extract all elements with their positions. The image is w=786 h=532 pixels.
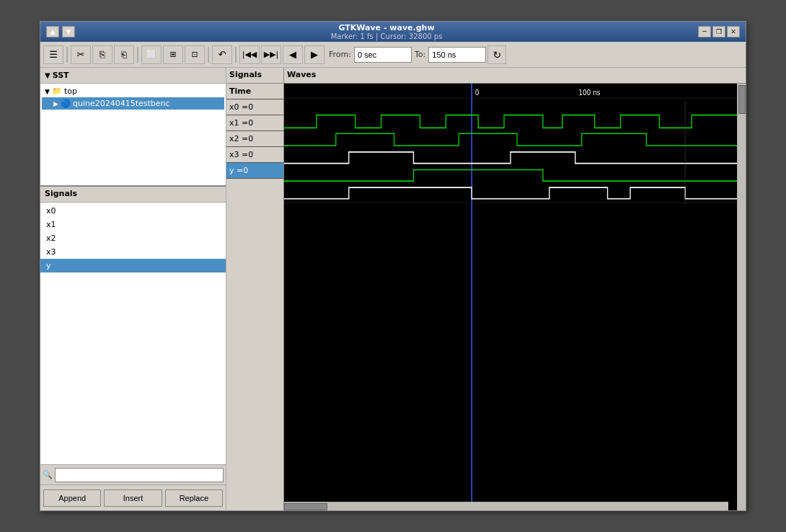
signals-panel: Signals x0 x1 x2 x3 y 🔍 Append Insert Re… bbox=[40, 187, 226, 510]
waves-header-row: Signals Waves bbox=[226, 68, 746, 84]
signal-row-y: y =0 bbox=[226, 163, 283, 179]
to-label: To: bbox=[415, 50, 425, 59]
titlebar-controls: ─ ❐ ✕ bbox=[698, 26, 740, 37]
toolbar-separator-4 bbox=[235, 47, 237, 63]
signal-row-x0: x0 =0 bbox=[226, 99, 283, 115]
toolbar-separator-1 bbox=[66, 47, 68, 63]
signal-item-x1[interactable]: x1 bbox=[40, 218, 226, 231]
svg-rect-0 bbox=[284, 84, 737, 510]
zoom-sel-button[interactable]: ⊡ bbox=[185, 45, 205, 64]
time-label: Time bbox=[229, 87, 251, 96]
undo-button[interactable]: ↶ bbox=[212, 45, 232, 64]
sst-tree[interactable]: ▼ 📁 top ▶ 🔵 quine20240415testbenc bbox=[40, 84, 226, 185]
signals-search-input[interactable] bbox=[55, 468, 224, 482]
signals-column-header: Signals bbox=[226, 68, 284, 83]
up-arrow-btn[interactable]: ▲ bbox=[46, 26, 59, 37]
right-panel: Signals Waves Time x0 =0 x1 =0 bbox=[226, 68, 746, 510]
signals-search-bar: 🔍 bbox=[40, 464, 226, 484]
tree-item-testbench[interactable]: ▶ 🔵 quine20240415testbenc bbox=[42, 97, 224, 110]
replace-button[interactable]: Replace bbox=[165, 489, 223, 507]
fast-forward-button[interactable]: ▶▶| bbox=[261, 45, 281, 64]
hamburger-menu-button[interactable]: ☰ bbox=[43, 45, 63, 64]
from-to-group: From: To: bbox=[329, 47, 486, 63]
sst-header: ▼ SST bbox=[40, 68, 226, 84]
window-title: GTKWave - wave.ghw bbox=[338, 23, 434, 32]
tree-item-top[interactable]: ▼ 📁 top bbox=[42, 85, 224, 97]
left-panel: ▼ SST ▼ 📁 top ▶ 🔵 quine20240415testbenc bbox=[40, 68, 226, 510]
waveform-svg: 0 100 ns bbox=[284, 84, 737, 510]
waveform-canvas[interactable]: 0 100 ns bbox=[284, 84, 737, 510]
toolbar: ☰ ✂ ⎘ ⎗ ⬜ ⊞ ⊡ ↶ |◀◀ ▶▶| ◀ ▶ From: To: ↻ bbox=[40, 42, 746, 68]
cut-button[interactable]: ✂ bbox=[71, 45, 91, 64]
tree-item-label-top: top bbox=[64, 87, 77, 96]
folder-icon: 📁 bbox=[52, 87, 62, 96]
minimize-button[interactable]: ─ bbox=[698, 26, 711, 37]
main-window: ▲ ▼ GTKWave - wave.ghw Marker: 1 fs | Cu… bbox=[40, 21, 746, 511]
tree-item-label-testbench: quine20240415testbenc bbox=[73, 99, 170, 108]
signal-names-col: Time x0 =0 x1 =0 x2 =0 x3 =0 y bbox=[226, 84, 284, 510]
restore-button[interactable]: ❐ bbox=[712, 26, 725, 37]
zoom-fit-button[interactable]: ⊞ bbox=[163, 45, 183, 64]
main-area: ▼ SST ▼ 📁 top ▶ 🔵 quine20240415testbenc bbox=[40, 68, 746, 510]
horizontal-scrollbar[interactable] bbox=[284, 502, 728, 510]
copy-button[interactable]: ⎘ bbox=[92, 45, 112, 64]
vertical-scrollbar-thumb[interactable] bbox=[738, 85, 746, 114]
horizontal-scrollbar-thumb[interactable] bbox=[284, 503, 327, 510]
select-all-button[interactable]: ⬜ bbox=[141, 45, 162, 64]
signal-row-x1: x1 =0 bbox=[226, 115, 283, 131]
wave-display: Time x0 =0 x1 =0 x2 =0 x3 =0 y bbox=[226, 84, 746, 510]
close-button[interactable]: ✕ bbox=[727, 26, 740, 37]
chevron-right-icon: ▶ bbox=[53, 100, 58, 107]
time-row: Time bbox=[226, 84, 283, 99]
to-input[interactable] bbox=[428, 47, 486, 63]
down-arrow-btn[interactable]: ▼ bbox=[62, 26, 75, 37]
module-icon: 🔵 bbox=[61, 99, 71, 108]
search-icon: 🔍 bbox=[43, 470, 53, 479]
window-subtitle: Marker: 1 fs | Cursor: 32800 ps bbox=[331, 32, 443, 40]
signal-item-y[interactable]: y bbox=[40, 259, 226, 272]
rewind-button[interactable]: |◀◀ bbox=[239, 45, 260, 64]
bottom-buttons: Append Insert Replace bbox=[40, 484, 226, 510]
next-button[interactable]: ▶ bbox=[304, 45, 324, 64]
svg-text:0: 0 bbox=[475, 88, 480, 97]
signal-row-x2: x2 =0 bbox=[226, 131, 283, 147]
from-input[interactable] bbox=[354, 47, 412, 63]
insert-button[interactable]: Insert bbox=[104, 489, 162, 507]
sst-panel: ▼ SST ▼ 📁 top ▶ 🔵 quine20240415testbenc bbox=[40, 68, 226, 187]
sst-title: SST bbox=[53, 71, 69, 80]
chevron-down-icon: ▼ bbox=[45, 88, 50, 95]
paste-button[interactable]: ⎗ bbox=[114, 45, 134, 64]
titlebar: ▲ ▼ GTKWave - wave.ghw Marker: 1 fs | Cu… bbox=[40, 22, 746, 42]
signals-list[interactable]: x0 x1 x2 x3 y bbox=[40, 203, 226, 464]
refresh-button[interactable]: ↻ bbox=[487, 45, 506, 64]
signal-row-x3: x3 =0 bbox=[226, 147, 283, 163]
signal-item-x0[interactable]: x0 bbox=[40, 204, 226, 218]
titlebar-title-group: GTKWave - wave.ghw Marker: 1 fs | Cursor… bbox=[75, 23, 698, 40]
signal-item-x2[interactable]: x2 bbox=[40, 231, 226, 245]
from-label: From: bbox=[329, 50, 351, 59]
toolbar-separator-2 bbox=[137, 47, 138, 63]
signal-item-x3[interactable]: x3 bbox=[40, 245, 226, 259]
append-button[interactable]: Append bbox=[43, 489, 101, 507]
svg-text:100 ns: 100 ns bbox=[578, 88, 600, 97]
prev-button[interactable]: ◀ bbox=[283, 45, 303, 64]
signals-header: Signals bbox=[40, 187, 226, 203]
toolbar-separator-3 bbox=[208, 47, 209, 63]
titlebar-left: ▲ ▼ bbox=[46, 26, 75, 37]
vertical-scrollbar[interactable] bbox=[737, 84, 746, 510]
waves-column-header: Waves bbox=[284, 68, 746, 83]
